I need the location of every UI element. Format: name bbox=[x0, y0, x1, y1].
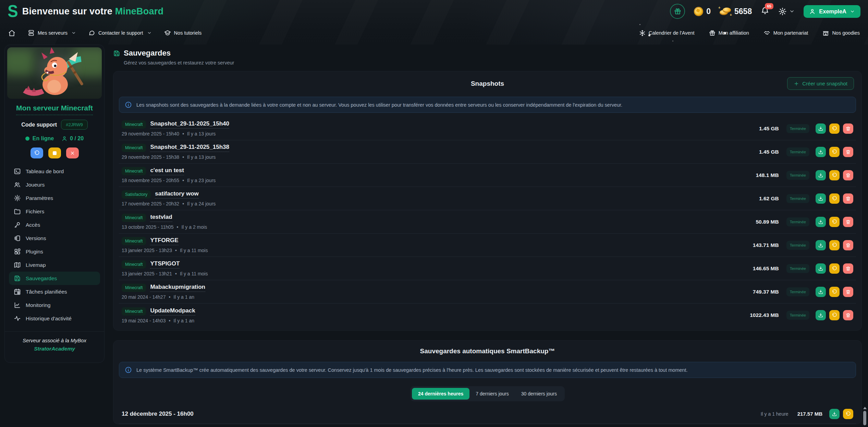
snapshot-name[interactable]: Snapshot_29-11-2025_15h38 bbox=[150, 144, 229, 152]
restore-snapshot-button[interactable] bbox=[829, 310, 840, 320]
snapshot-row-info: Minecraft Snapshot_29-11-2025_15h40 29 n… bbox=[122, 120, 229, 137]
servers-icon bbox=[28, 29, 35, 36]
snapshot-size: 1.45 GB bbox=[741, 126, 779, 132]
gift-icon bbox=[674, 8, 681, 15]
snapshot-name[interactable]: Snapshot_29-11-2025_15h40 bbox=[150, 120, 229, 129]
nav-goodies[interactable]: Nos goodies bbox=[822, 30, 860, 36]
restore-snapshot-button[interactable] bbox=[829, 240, 840, 250]
delete-snapshot-button[interactable] bbox=[843, 217, 853, 227]
sidebar-item-plugins[interactable]: Plugins bbox=[9, 245, 100, 258]
sidebar-item-scheduled-tasks[interactable]: Tâches planifiées bbox=[9, 285, 100, 298]
restart-server-button[interactable] bbox=[30, 147, 43, 158]
delete-snapshot-button[interactable] bbox=[843, 287, 853, 297]
snapshot-date: 13 octobre 2025 - 11h05 bbox=[122, 224, 174, 230]
notification-count-badge: 65 bbox=[765, 3, 773, 9]
restore-backup-button[interactable] bbox=[843, 409, 853, 419]
restore-snapshot-button[interactable] bbox=[829, 287, 840, 297]
sidebar-item-activity-log[interactable]: Historique d'activité bbox=[9, 312, 100, 325]
notifications-button[interactable]: 65 bbox=[761, 7, 769, 16]
nav-home[interactable] bbox=[8, 29, 15, 37]
stop-server-button[interactable] bbox=[48, 147, 61, 158]
download-snapshot-button[interactable] bbox=[816, 287, 826, 297]
sidebar-item-dashboard[interactable]: Tableau de bord bbox=[9, 165, 100, 178]
scrollbar-thumb[interactable] bbox=[863, 411, 866, 425]
nav-contact-support[interactable]: Contacter le support bbox=[88, 29, 152, 36]
download-snapshot-button[interactable] bbox=[816, 170, 826, 180]
download-backup-button[interactable] bbox=[829, 409, 840, 419]
download-icon bbox=[832, 411, 837, 417]
snapshots-info-text: Les snapshots sont des sauvegardes à la … bbox=[136, 102, 622, 108]
mybox-name-link[interactable]: StratorAcademy bbox=[8, 346, 101, 352]
sidebar-item-players[interactable]: Joueurs bbox=[9, 178, 100, 191]
list-scrollbar[interactable] bbox=[863, 407, 867, 427]
download-snapshot-button[interactable] bbox=[816, 217, 826, 227]
daily-gift-button[interactable] bbox=[670, 4, 685, 19]
restore-snapshot-button[interactable] bbox=[829, 193, 840, 204]
server-name[interactable]: Mon serveur Minecraft bbox=[16, 104, 93, 115]
nav-tutorials[interactable]: Nos tutoriels bbox=[164, 29, 202, 36]
support-code-badge[interactable]: #2JRW9 bbox=[61, 120, 88, 130]
welcome-prefix: Bienvenue sur votre bbox=[22, 6, 115, 16]
sidebar-item-files[interactable]: Fichiers bbox=[9, 205, 100, 218]
restore-snapshot-button[interactable] bbox=[829, 147, 840, 157]
tab-last-24-hours[interactable]: 24 dernières heures bbox=[412, 388, 469, 400]
restore-snapshot-button[interactable] bbox=[829, 170, 840, 180]
points-balance[interactable]: ++ 5658 bbox=[720, 7, 752, 16]
delete-snapshot-button[interactable] bbox=[843, 310, 853, 320]
delete-snapshot-button[interactable] bbox=[843, 147, 853, 157]
nav-advent-calendar[interactable]: Calendrier de l'Avent bbox=[639, 30, 695, 36]
nav-partnership[interactable]: Mon partenariat bbox=[763, 29, 808, 36]
account-button[interactable]: ExempleA bbox=[804, 5, 860, 18]
nav-affiliation[interactable]: Mon affiliation bbox=[709, 30, 749, 36]
scroll-up-arrow-icon[interactable] bbox=[863, 407, 867, 409]
download-snapshot-button[interactable] bbox=[816, 240, 826, 250]
sidebar-item-access[interactable]: Accès bbox=[9, 218, 100, 232]
sidebar-item-monitoring[interactable]: Monitoring bbox=[9, 298, 100, 312]
snapshot-name[interactable]: YTFORGE bbox=[150, 237, 178, 245]
nav-my-servers-label: Mes serveurs bbox=[38, 30, 68, 36]
info-icon bbox=[125, 101, 132, 108]
restore-snapshot-button[interactable] bbox=[829, 217, 840, 227]
sidebar-item-label: Historique d'activité bbox=[26, 316, 72, 322]
status-badge: Terminée bbox=[786, 287, 809, 296]
page-header: Sauvegardes bbox=[113, 49, 862, 58]
map-icon bbox=[14, 261, 21, 269]
download-snapshot-button[interactable] bbox=[816, 310, 826, 320]
snapshot-date-row: 19 mai 2024 - 14h03 • Il y a 1 an bbox=[122, 318, 195, 323]
download-snapshot-button[interactable] bbox=[816, 147, 826, 157]
delete-snapshot-button[interactable] bbox=[843, 170, 853, 180]
restore-snapshot-button[interactable] bbox=[829, 123, 840, 134]
snapshot-name[interactable]: YTSPIGOT bbox=[150, 260, 180, 269]
snapshot-name[interactable]: satifactory wow bbox=[155, 190, 199, 199]
mineboard-logo-icon[interactable]: S bbox=[8, 3, 17, 20]
snapshot-name[interactable]: UpdateModpack bbox=[150, 307, 195, 316]
create-snapshot-button[interactable]: Créer une snapshot bbox=[787, 77, 854, 90]
nav-my-servers[interactable]: Mes serveurs bbox=[28, 29, 76, 36]
restore-snapshot-button[interactable] bbox=[829, 263, 840, 274]
delete-snapshot-button[interactable] bbox=[843, 240, 853, 250]
snapshot-size: 146.65 MB bbox=[741, 265, 779, 272]
download-snapshot-button[interactable] bbox=[816, 123, 826, 134]
coin-balance[interactable]: 0 bbox=[694, 7, 711, 16]
snapshot-name[interactable]: Mabackupmigration bbox=[150, 284, 205, 292]
delete-snapshot-button[interactable] bbox=[843, 193, 853, 204]
delete-snapshot-button[interactable] bbox=[843, 263, 853, 274]
snapshot-row-info: Minecraft UpdateModpack 19 mai 2024 - 14… bbox=[122, 307, 195, 323]
download-snapshot-button[interactable] bbox=[816, 193, 826, 204]
online-status-dot bbox=[25, 137, 29, 141]
snapshot-name[interactable]: testvlad bbox=[150, 214, 172, 222]
download-snapshot-button[interactable] bbox=[816, 263, 826, 274]
delete-snapshot-button[interactable] bbox=[843, 123, 853, 134]
sidebar-item-livemap[interactable]: Livemap bbox=[9, 258, 100, 272]
sidebar-item-versions[interactable]: Versions bbox=[9, 232, 100, 245]
sidebar-item-backups[interactable]: Sauvegardes bbox=[9, 272, 100, 285]
snapshot-name[interactable]: c'est un test bbox=[150, 167, 184, 175]
settings-menu-button[interactable] bbox=[778, 7, 795, 16]
kill-server-button[interactable] bbox=[66, 147, 79, 158]
tab-last-7-days[interactable]: 7 derniers jours bbox=[469, 388, 515, 400]
smartbackup-info-banner: Le système SmartBackup™ crée automatique… bbox=[119, 362, 856, 378]
create-snapshot-label: Créer une snapshot bbox=[802, 81, 847, 86]
snapshot-row-info: Minecraft testvlad 13 octobre 2025 - 11h… bbox=[122, 214, 207, 230]
tab-last-30-days[interactable]: 30 derniers jours bbox=[515, 388, 563, 400]
sidebar-item-settings[interactable]: Paramètres bbox=[9, 191, 100, 205]
